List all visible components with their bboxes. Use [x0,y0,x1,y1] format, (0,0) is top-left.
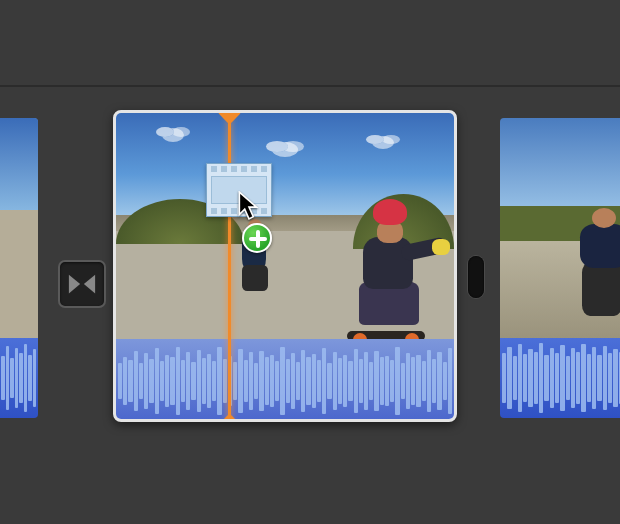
timeline-gap[interactable] [468,256,484,298]
cross-dissolve-icon [67,269,97,299]
timeline-track[interactable] [0,110,620,420]
plus-badge-icon [242,223,272,253]
transition-well[interactable] [58,260,106,308]
clip-audio-waveform [116,339,454,422]
timeline-clip[interactable] [0,118,38,418]
insert-playhead[interactable] [228,111,231,422]
clip-audio-waveform [500,338,620,418]
timeline-clip[interactable] [500,118,620,418]
panel-divider [0,85,620,87]
clip-video-thumbnail [500,118,620,338]
timeline-clip-selected[interactable] [113,110,457,422]
pointer-cursor-icon [238,191,260,221]
clip-audio-waveform [0,338,38,418]
clip-video-thumbnail [0,118,38,338]
clip-video-thumbnail [116,113,454,339]
